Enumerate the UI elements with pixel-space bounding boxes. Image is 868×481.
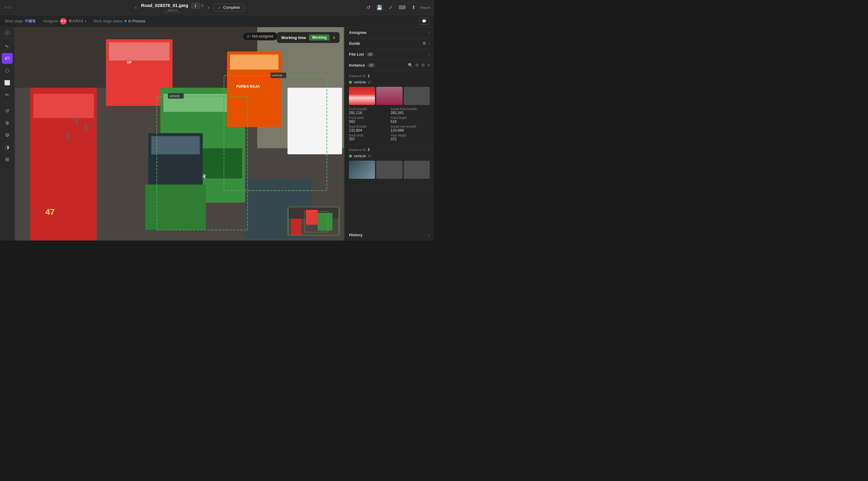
instance-filter-button[interactable]: ⚙: [415, 63, 419, 67]
prop-actual-front-breadth: Actual front breadth 283,341: [391, 107, 430, 115]
assignee-chevron-icon: ›: [429, 31, 430, 34]
complete-badge[interactable]: ✓ Complete: [214, 4, 244, 11]
file-list-chevron-icon: ›: [429, 53, 430, 56]
svg-rect-21: [76, 118, 78, 124]
canvas-area[interactable]: 47 OP SIBODANTUR PURBA RAJA: [14, 27, 344, 241]
class-name-3: vehicle: [354, 154, 366, 158]
check-icon: ✓: [218, 5, 221, 10]
instance-settings-button[interactable]: ⚙: [421, 63, 425, 67]
prop-front-height: Front height 518: [391, 116, 430, 124]
svg-rect-23: [67, 133, 69, 139]
instance-header[interactable]: Instance (2) 🔍 ⚙ ⚙ ∨: [345, 60, 434, 70]
fullscreen-button[interactable]: ⤢: [388, 3, 394, 11]
prop-front-width: Front width 562: [349, 116, 388, 124]
top-bar: 14.0.0 ‹ Road_028378_01.jpeg /2 __ROOT__…: [0, 0, 434, 15]
prop-rear-height-value: 372: [391, 137, 430, 141]
keyboard-button[interactable]: ⌨: [397, 3, 407, 11]
history-section: History ›: [345, 230, 434, 241]
svg-rect-18: [151, 136, 200, 154]
thumbnail-row-1: [349, 87, 430, 105]
assignee-item: Assignee 유스 유스티나 ▾: [43, 18, 86, 25]
instance-id-label-3: Instance ID: [349, 148, 366, 152]
class-dot-1: [349, 81, 352, 84]
class-name-1: vehicle: [354, 80, 366, 85]
svg-rect-33: [306, 210, 318, 225]
sub-toolbar: Work stage 라벨링 Assignee 유스 유스티나 ▾ Work s…: [0, 15, 434, 27]
svg-rect-16: [287, 88, 342, 154]
instance-class-row-3: vehicle 🏷: [349, 154, 430, 158]
not-assigned-badge[interactable]: 🏷 Not assigned: [242, 32, 278, 40]
svg-text:vehicle: vehicle: [272, 73, 282, 77]
prop-back-width-label: Back width: [349, 134, 388, 137]
history-header[interactable]: History ›: [345, 230, 434, 240]
instance-class-row-1: vehicle 🏷: [349, 80, 430, 85]
svg-text:PURBA RAJA: PURBA RAJA: [236, 85, 260, 89]
prop-rear-height: Rear height 372: [391, 134, 430, 141]
next-file-button[interactable]: ›: [206, 4, 211, 11]
chat-button[interactable]: 💬: [419, 18, 429, 25]
page-input[interactable]: [191, 3, 200, 9]
undo-button[interactable]: ↺: [365, 3, 372, 11]
undo-tool-button[interactable]: ↺: [2, 105, 13, 116]
export-button[interactable]: ⬆: [410, 3, 417, 11]
chat-area: 💬: [419, 18, 429, 25]
select-tool-button[interactable]: ↖: [2, 41, 13, 52]
file-title: Road_028378_01.jpeg /2: [141, 3, 204, 9]
working-badge-collapse-button[interactable]: ∧: [333, 35, 335, 40]
mini-preview-svg: [288, 207, 339, 235]
assignee-avatar: 유스: [60, 18, 67, 25]
contrast-tool-button[interactable]: ◑: [2, 141, 13, 153]
svg-rect-32: [291, 219, 302, 235]
svg-rect-22: [85, 124, 87, 130]
prop-back-width: Back width 357: [349, 134, 388, 141]
prev-file-button[interactable]: ‹: [133, 4, 138, 11]
instance-tag-button-1[interactable]: 🏷: [368, 80, 371, 85]
instance-section-header-area: Instance (2) 🔍 ⚙ ⚙ ∨: [345, 60, 434, 71]
thumbnail-checker-1: [404, 87, 430, 105]
instance-id-row-1: Instance ID 1: [349, 74, 430, 78]
prop-front-breadth-value: 291,116: [349, 111, 388, 115]
guide-section-label: Guide: [349, 41, 360, 46]
brush-tool-button[interactable]: ✏: [2, 89, 13, 100]
thumbnail-pink-1: [376, 87, 402, 105]
assignee-dropdown-icon[interactable]: ▾: [85, 19, 86, 23]
settings-tool-button[interactable]: ⚙: [2, 129, 13, 140]
guide-header[interactable]: Guide ⚙ ›: [345, 38, 434, 49]
instance-list: Instance ID 1 vehicle 🏷 Front breadth: [345, 71, 434, 230]
layers-tool-button[interactable]: ⊞: [2, 154, 13, 165]
prop-actual-rear-breadth-value: 124,668: [391, 128, 430, 132]
guide-section: Guide ⚙ ›: [345, 38, 434, 49]
3d-tool-button[interactable]: ⬡: [2, 65, 13, 76]
file-list-header[interactable]: File List (2) ›: [345, 49, 434, 60]
instance-search-button[interactable]: 🔍: [408, 63, 413, 67]
history-chevron-icon: ›: [429, 233, 430, 237]
label-tool-button[interactable]: 🏷: [2, 53, 13, 64]
tool-separator-1: [3, 38, 11, 38]
polygon-tool-button[interactable]: ⬜: [2, 77, 13, 88]
instance-id-value-1: 1: [368, 74, 370, 78]
assignee-header[interactable]: Assignee ›: [345, 27, 434, 38]
prop-actual-rear-breadth: Actual rear breadth 124,668: [391, 125, 430, 132]
prop-rear-height-label: Rear height: [391, 134, 430, 137]
save-button[interactable]: 💾: [375, 3, 384, 11]
prop-front-breadth-label: Front breadth: [349, 107, 388, 111]
left-sidebar: ‹ ↖ 🏷 ⬡ ⬜ ✏ ↺ ⊕ ⚙ ◑ ⊞: [0, 27, 14, 241]
instance-id-row-3: Instance ID 3: [349, 148, 430, 152]
file-root: __ROOT__: [141, 9, 204, 12]
prop-actual-front-breadth-label: Actual front breadth: [391, 107, 430, 111]
properties-grid-1: Front breadth 291,116 Actual front bread…: [349, 107, 430, 141]
work-stage-item: Work stage 라벨링: [5, 19, 36, 24]
guide-filter-icon[interactable]: ⚙: [423, 41, 426, 46]
thumbnail-checker-3b: [404, 161, 430, 179]
prop-back-width-value: 357: [349, 137, 388, 141]
instance-tag-button-3[interactable]: 🏷: [368, 154, 371, 158]
svg-text:47: 47: [45, 207, 55, 217]
instance-id-label-1: Instance ID: [349, 74, 366, 78]
top-bar-right: ↺ 💾 ⤢ ⌨ ⬆ Report: [365, 3, 430, 11]
zoom-tool-button[interactable]: ⊕: [2, 117, 13, 128]
main-layout: ‹ ↖ 🏷 ⬡ ⬜ ✏ ↺ ⊕ ⚙ ◑ ⊞ 47: [0, 27, 434, 241]
svg-rect-34: [318, 213, 333, 231]
file-list-section: File List (2) ›: [345, 49, 434, 60]
sidebar-collapse-button[interactable]: ‹: [4, 30, 10, 36]
history-label: History: [349, 233, 363, 237]
